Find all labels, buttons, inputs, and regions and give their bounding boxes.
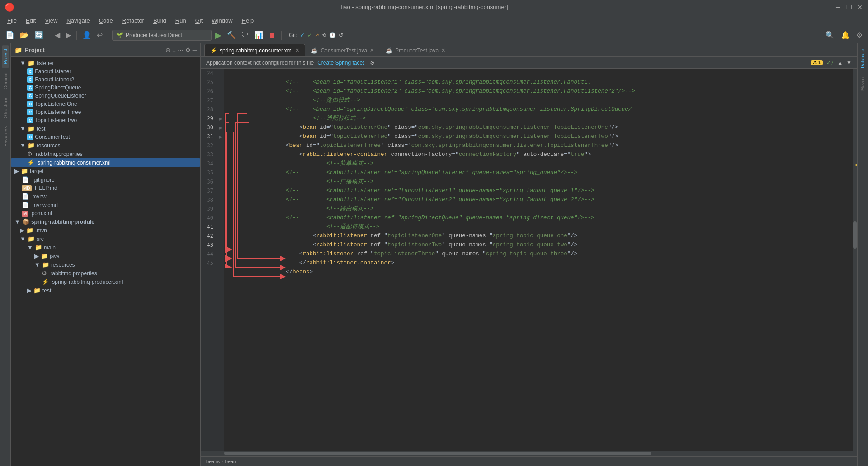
tree-item-mvn[interactable]: ▶ 📁 .mvn (11, 226, 200, 235)
menu-window[interactable]: Window (208, 16, 236, 25)
tree-item-src[interactable]: ▼ 📁 src (11, 235, 200, 243)
fold-btn[interactable] (217, 69, 224, 78)
tab-close-button[interactable]: ✕ (370, 47, 374, 53)
tree-item-springql[interactable]: C SpringQueueListener (11, 92, 200, 100)
minimize-button[interactable]: ─ (835, 4, 842, 11)
profile-button[interactable]: 📊 (252, 30, 265, 40)
new-file-button[interactable]: 📄 (4, 30, 16, 40)
val-text: spring_topic_queue_two (493, 242, 567, 248)
search-button[interactable]: 🔍 (824, 30, 836, 40)
sidebar-item-project[interactable]: Project (2, 45, 9, 68)
tree-item-mvnw[interactable]: 📄 mvnw (11, 192, 200, 201)
panel-btn-collapse[interactable]: ≡ (172, 47, 176, 53)
tree-item-mvnwcmd[interactable]: 📄 mvnw.cmd (11, 201, 200, 209)
tree-item-topicone[interactable]: C TopicListenerOne (11, 100, 200, 108)
tree-item-resources2[interactable]: ▼ 📁 resources (11, 260, 200, 269)
menu-edit[interactable]: Edit (22, 16, 39, 25)
code-content[interactable]: <!-- <bean id="fanoutListener1" class="c… (224, 69, 853, 451)
notifications-button[interactable]: 🔔 (839, 30, 852, 40)
menu-help[interactable]: Help (238, 16, 258, 25)
scroll-down-icon[interactable]: ▼ (846, 60, 852, 66)
menu-refactor[interactable]: Refactor (118, 16, 148, 25)
fold-btn[interactable]: ▶ (217, 114, 224, 123)
menu-git[interactable]: Git (192, 16, 207, 25)
tree-item-spring-xml[interactable]: ⚡ spring-rabbitmq-consumer.xml (11, 158, 200, 167)
breadcrumb-beans[interactable]: beans (206, 459, 220, 464)
tab-consumer[interactable]: ☕ ConsumerTest.java ✕ (305, 44, 380, 56)
gear-icon[interactable]: ⚙ (370, 60, 375, 66)
git-label: Git: (289, 32, 297, 38)
menu-run[interactable]: Run (172, 16, 190, 25)
breadcrumb-bean[interactable]: bean (225, 459, 236, 464)
tree-item-java[interactable]: ▶ 📁 java (11, 252, 200, 260)
panel-btn-close[interactable]: ─ (193, 47, 197, 53)
tree-item-springdq[interactable]: C SpringDirectQueue (11, 84, 200, 92)
fold-btn[interactable]: ▶ (217, 123, 224, 132)
line-number: 45 (201, 259, 217, 268)
sidebar-item-maven[interactable]: Maven (859, 74, 866, 94)
create-spring-facet-link[interactable]: Create Spring facet (317, 60, 364, 66)
horizontal-scrollbar[interactable] (201, 451, 857, 456)
tree-item-produle[interactable]: ▼ 📦 spring-rabbitmq-produle (11, 217, 200, 226)
run-button[interactable]: ▶ (213, 29, 223, 41)
close-button[interactable]: ✕ (856, 4, 863, 11)
panel-btn-options[interactable]: ⋯ (178, 47, 184, 53)
code-text: =" (486, 242, 493, 248)
code-editor[interactable]: 24 25 26 27 28 29 30 31 32 33 34 35 36 3… (201, 69, 857, 451)
open-button[interactable]: 📂 (18, 30, 31, 40)
h-scrollbar-track[interactable] (224, 452, 834, 455)
tree-item-target[interactable]: ▶ 📁 target (11, 167, 200, 175)
sidebar-item-database[interactable]: Database (859, 45, 866, 72)
tree-item-gitignore[interactable]: 📄 .gitignore (11, 175, 200, 184)
tree-item-test[interactable]: ▼ 📁 test (11, 124, 200, 133)
vcs-button[interactable]: 👤 (80, 30, 93, 40)
panel-btn-add[interactable]: ⊕ (165, 47, 170, 53)
undo-button[interactable]: ↩ (95, 30, 104, 40)
sidebar-item-commit[interactable]: Commit (2, 69, 9, 93)
panel-btn-gear[interactable]: ⚙ (185, 47, 191, 53)
tree-item-rabbitmq-props2[interactable]: ⚙ rabbitmq.properties (11, 269, 200, 278)
tree-item-test2[interactable]: ▶ 📁 test (11, 286, 200, 295)
sidebar-item-structure[interactable]: Structure (2, 94, 9, 122)
stop-button[interactable]: ⏹ (267, 30, 278, 40)
tab-spring-xml[interactable]: ⚡ spring-rabbitmq-consumer.xml ✕ (204, 44, 305, 56)
settings-button[interactable]: ⚙ (854, 30, 864, 40)
tree-item-resources[interactable]: ▼ 📁 resources (11, 141, 200, 150)
tree-item-consumertest[interactable]: C ConsumerTest (11, 133, 200, 141)
run-config-selector[interactable]: 🌱 ProducerTest.testDirect (112, 30, 212, 41)
code-text: </ (272, 260, 306, 266)
tree-item-spring-xml2[interactable]: ⚡ spring-rabbitmq-producer.xml (11, 278, 200, 286)
tree-item-helpmd[interactable]: MD HELP.md (11, 184, 200, 192)
menu-file[interactable]: File (4, 16, 20, 25)
comment-text: <!-- <rabbit:listener ref="springQueueLi… (272, 169, 577, 176)
menu-view[interactable]: View (41, 16, 61, 25)
coverage-button[interactable]: 🛡 (240, 30, 250, 40)
vertical-scrollbar[interactable] (853, 69, 857, 451)
menu-build[interactable]: Build (150, 16, 170, 25)
menu-navigate[interactable]: Navigate (63, 16, 93, 25)
tree-item-fanout1[interactable]: C FanoutListener (11, 67, 200, 75)
tree-item-pomxml[interactable]: M pom.xml (11, 209, 200, 217)
tab-producer[interactable]: ☕ ProducerTest.java ✕ (380, 44, 451, 56)
tree-item-listener[interactable]: ▼ 📁 listener (11, 59, 200, 67)
tag-text: bean (303, 133, 316, 140)
menu-code[interactable]: Code (95, 16, 117, 25)
sidebar-item-favorites[interactable]: Favorites (2, 122, 9, 150)
fold-btn[interactable]: ▶ (217, 132, 224, 141)
tree-item-fanout2[interactable]: C FanoutListener2 (11, 75, 200, 84)
tree-item-main[interactable]: ▼ 📁 main (11, 243, 200, 252)
scrollbar-thumb[interactable] (853, 221, 857, 249)
tree-item-topicthree[interactable]: C TopicListenerThree (11, 108, 200, 116)
sync-button[interactable]: 🔄 (33, 30, 45, 40)
forward-button[interactable]: ▶ (64, 30, 73, 40)
tab-close-button[interactable]: ✕ (295, 47, 299, 53)
h-scrollbar-thumb[interactable] (224, 452, 651, 455)
maximize-button[interactable]: ❐ (845, 4, 853, 11)
tree-item-label: test (42, 287, 51, 294)
back-button[interactable]: ◀ (53, 30, 62, 40)
tree-item-rabbitmq-props[interactable]: ⚙ rabbitmq.properties (11, 150, 200, 158)
tab-close-button[interactable]: ✕ (441, 47, 445, 53)
scroll-up-icon[interactable]: ▲ (837, 60, 843, 66)
tree-item-topictwo[interactable]: C TopicListenerTwo (11, 116, 200, 124)
build-button[interactable]: 🔨 (225, 30, 238, 40)
